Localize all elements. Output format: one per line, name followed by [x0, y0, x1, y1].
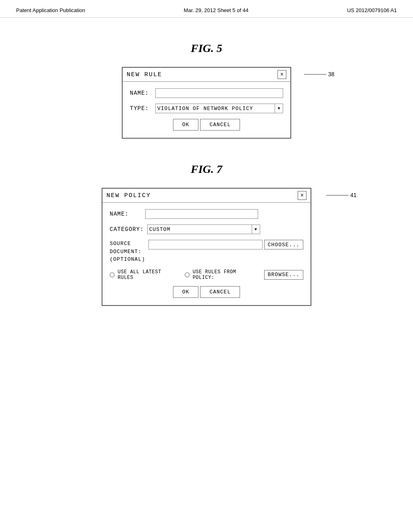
fig7-label: FIG. 7: [24, 163, 389, 176]
fig5-cancel-button[interactable]: CANCEL: [200, 119, 240, 131]
fig7-choose-button[interactable]: CHOOSE...: [264, 240, 303, 249]
fig5-type-label: TYPE:: [130, 105, 152, 112]
fig5-label: FIG. 5: [24, 42, 389, 55]
fig7-category-select[interactable]: CUSTOM ▼: [147, 224, 260, 234]
fig5-name-row: NAME:: [130, 88, 283, 98]
fig7-category-row: CATEGORY: CUSTOM ▼: [110, 224, 303, 234]
fig7-source-input-group: CHOOSE...: [148, 240, 303, 249]
header-center: Mar. 29, 2012 Sheet 5 of 44: [184, 7, 248, 13]
fig7-dialog-container: 41 NEW POLICY × NAME: CATEGORY: CUSTOM: [24, 188, 389, 306]
fig5-name-input[interactable]: [155, 88, 283, 98]
fig7-source-input[interactable]: [148, 240, 263, 249]
fig7-radio1-label: USE ALL LATEST RULES: [118, 269, 179, 281]
fig7-ok-button[interactable]: OK: [173, 286, 199, 298]
fig5-dialog: NEW RULE × NAME: TYPE: VIOLATION OF NETW…: [122, 67, 291, 139]
fig5-close-button[interactable]: ×: [277, 70, 286, 79]
fig7-name-input[interactable]: [145, 209, 258, 219]
fig7-radio-row: USE ALL LATEST RULES USE RULES FROM POLI…: [110, 269, 303, 281]
fig5-annotation: 38: [304, 71, 334, 77]
fig7-radio1[interactable]: [110, 272, 115, 277]
fig5-annotation-number: 38: [328, 71, 334, 77]
fig7-cancel-button[interactable]: CANCEL: [200, 286, 240, 298]
fig7-category-value: CUSTOM: [148, 227, 252, 233]
fig7-annotation: 41: [326, 192, 357, 198]
fig7-annotation-number: 41: [350, 192, 357, 198]
header-right: US 2012/0079106 A1: [347, 7, 397, 13]
fig7-title: NEW POLICY: [106, 192, 151, 199]
fig7-close-button[interactable]: ×: [298, 191, 307, 200]
fig7-browse-button[interactable]: BROWSE...: [264, 270, 303, 280]
header-left: Patent Application Publication: [16, 7, 85, 13]
fig7-body: NAME: CATEGORY: CUSTOM ▼ SOURCE DOCUMENT…: [102, 203, 311, 305]
fig7-category-arrow[interactable]: ▼: [252, 225, 260, 234]
fig5-type-arrow[interactable]: ▼: [275, 104, 283, 113]
fig7-radio2-label: USE RULES FROM POLICY:: [193, 269, 260, 281]
fig7-source-row: SOURCE DOCUMENT: (OPTIONAL) CHOOSE...: [110, 240, 303, 264]
fig7-category-label: CATEGORY:: [110, 226, 144, 233]
fig5-name-label: NAME:: [130, 90, 152, 96]
fig7-titlebar: NEW POLICY ×: [102, 189, 311, 203]
fig5-type-select[interactable]: VIOLATION OF NETWORK POLICY ▼: [155, 104, 283, 113]
fig7-button-row: OK CANCEL: [110, 286, 303, 298]
fig7-dialog: NEW POLICY × NAME: CATEGORY: CUSTOM ▼: [102, 188, 311, 306]
page-header: Patent Application Publication Mar. 29, …: [0, 0, 413, 18]
fig7-name-row: NAME:: [110, 209, 303, 219]
fig7-name-label: NAME:: [110, 211, 142, 217]
fig5-ok-button[interactable]: OK: [173, 119, 199, 131]
fig7-source-label: SOURCE DOCUMENT: (OPTIONAL): [110, 240, 145, 264]
fig5-title: NEW RULE: [127, 71, 162, 78]
fig5-button-row: OK CANCEL: [130, 119, 283, 131]
fig5-dialog-container: 38 NEW RULE × NAME: TYPE: VIOLATION OF N…: [24, 67, 389, 139]
fig5-type-row: TYPE: VIOLATION OF NETWORK POLICY ▼: [130, 104, 283, 113]
fig7-radio2[interactable]: [185, 272, 190, 277]
fig5-titlebar: NEW RULE ×: [123, 68, 290, 82]
fig5-body: NAME: TYPE: VIOLATION OF NETWORK POLICY …: [123, 82, 290, 138]
fig5-type-value: VIOLATION OF NETWORK POLICY: [156, 106, 275, 112]
